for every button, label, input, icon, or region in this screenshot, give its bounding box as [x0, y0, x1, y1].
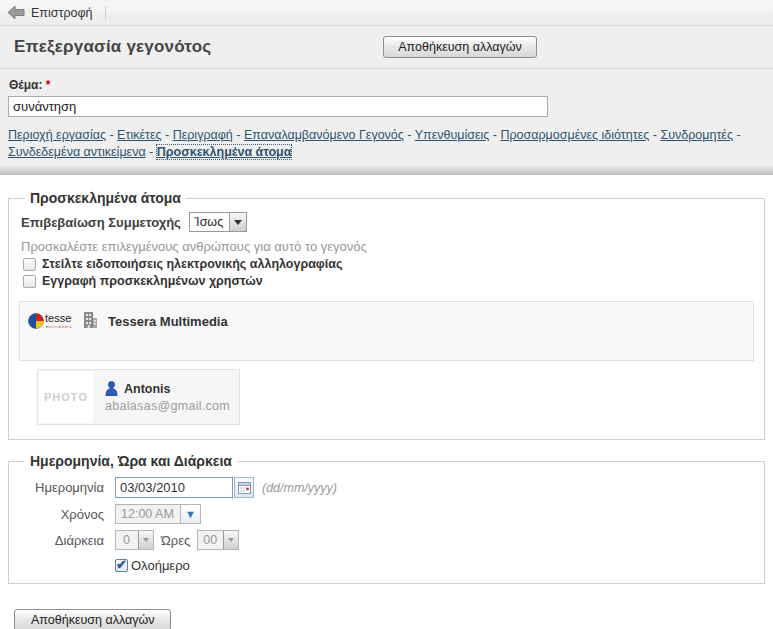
nav-separator: -	[233, 128, 244, 142]
section-nav: Περιοχή εργασίας - Ετικέτες - Περιγραφή …	[8, 127, 764, 161]
nav-link-description[interactable]: Περιγραφή	[173, 128, 233, 142]
hours-label: Ώρες	[161, 533, 190, 548]
page-title: Επεξεργασία γεγονότος	[14, 37, 211, 57]
all-day-checkbox[interactable]	[115, 559, 128, 572]
header-area: Επιστροφή Επεξεργασία γεγονότος Αποθήκευ…	[0, 0, 773, 176]
person-photo-placeholder: PHOTO	[39, 371, 93, 423]
save-button-bottom[interactable]: Αποθήκευση αλλαγών	[14, 609, 171, 629]
header-bottom-gradient	[0, 166, 773, 176]
tessera-logo: tessera multimedia	[28, 308, 72, 335]
register-invited-users-checkbox[interactable]	[23, 275, 36, 288]
duration-minutes-arrow-button[interactable]	[223, 531, 238, 549]
invite-hint-text: Προσκαλέστε επιλεγμένους ανθρώπους για α…	[21, 239, 754, 254]
topbar-separator	[105, 6, 106, 20]
building-icon	[82, 311, 98, 329]
chevron-down-icon	[228, 538, 234, 542]
duration-hours-arrow-button[interactable]	[138, 531, 153, 549]
nav-separator: -	[106, 128, 117, 142]
header-divider	[0, 68, 773, 69]
time-select-arrow-button[interactable]: ▼	[180, 505, 200, 523]
duration-hours-value: 0	[116, 531, 138, 549]
confirm-participation-label: Επιβεβαίωση Συμμετοχής	[21, 215, 181, 230]
all-day-label[interactable]: Ολοήμερο	[131, 558, 190, 573]
duration-hours-select[interactable]: 0	[115, 530, 154, 550]
chevron-down-icon: ▼	[185, 509, 196, 520]
duration-minutes-select[interactable]: 00	[197, 530, 239, 550]
company-row[interactable]: tessera multimedia Tessera Multimedia	[19, 301, 754, 361]
datetime-legend: Ημερομηνία, Ώρα και Διάρκεια	[25, 453, 237, 469]
calendar-icon	[238, 481, 251, 494]
date-input[interactable]	[115, 477, 233, 498]
nav-separator: -	[404, 128, 415, 142]
invited-people-legend: Προσκεκλημένα άτομα	[25, 190, 186, 206]
required-asterisk: *	[46, 78, 51, 92]
svg-text:multimedia: multimedia	[46, 325, 72, 329]
person-email: abalasas@gmail.com	[105, 399, 230, 413]
time-select[interactable]: 12:00 AM ▼	[115, 504, 201, 524]
nav-link-workspace[interactable]: Περιοχή εργασίας	[8, 128, 106, 142]
invited-person-card[interactable]: PHOTO Antonis abalasas@gmail.com	[37, 369, 240, 425]
send-email-notifications-label[interactable]: Στείλτε ειδοποιήσεις ηλεκτρονικής αλληλο…	[42, 257, 342, 271]
send-email-notifications-checkbox[interactable]	[23, 258, 36, 271]
back-bar: Επιστροφή	[0, 0, 773, 26]
person-name: Antonis	[124, 382, 171, 396]
nav-link-custom-properties[interactable]: Προσαρμοσμένες ιδιότητες	[500, 128, 649, 142]
save-button-top[interactable]: Αποθήκευση αλλαγών	[383, 36, 536, 58]
nav-link-linked-items[interactable]: Συνδεδεμένα αντικείμενα	[8, 145, 146, 159]
nav-separator: -	[146, 145, 157, 159]
datetime-section: Ημερομηνία, Ώρα και Διάρκεια Ημερομηνία …	[8, 453, 765, 584]
duration-minutes-value: 00	[198, 531, 223, 549]
time-value: 12:00 AM	[116, 505, 180, 523]
nav-link-recurring-event[interactable]: Επαναλαμβανόμενο Γεγονός	[244, 128, 404, 142]
confirm-participation-select[interactable]: Ίσως	[189, 212, 247, 232]
nav-link-tags[interactable]: Ετικέτες	[117, 128, 161, 142]
back-label: Επιστροφή	[31, 6, 93, 20]
time-label: Χρόνος	[19, 507, 104, 522]
invited-people-section: Προσκεκλημένα άτομα Επιβεβαίωση Συμμετοχ…	[8, 190, 765, 440]
subject-label: Θέμα: *	[9, 78, 773, 92]
nav-separator: -	[162, 128, 173, 142]
nav-separator: -	[649, 128, 660, 142]
register-invited-users-label[interactable]: Εγγραφή προσκεκλημένων χρηστών	[42, 274, 263, 288]
subject-label-text: Θέμα:	[9, 78, 42, 92]
company-name: Tessera Multimedia	[108, 314, 228, 329]
svg-text:tessera: tessera	[45, 312, 72, 324]
date-label: Ημερομηνία	[19, 480, 104, 495]
confirm-participation-value: Ίσως	[190, 213, 229, 231]
chevron-down-icon	[143, 538, 149, 542]
arrow-left-icon	[8, 6, 25, 19]
person-icon	[105, 381, 118, 396]
date-format-hint: (dd/mm/yyyy)	[262, 481, 337, 495]
calendar-button[interactable]	[234, 477, 254, 498]
confirm-select-arrow-button[interactable]	[229, 213, 246, 231]
back-button[interactable]: Επιστροφή	[8, 6, 93, 20]
chevron-down-icon	[234, 220, 242, 225]
duration-label: Διάρκεια	[19, 533, 104, 548]
nav-link-invited-people[interactable]: Προσκεκλημένα άτομα	[157, 145, 292, 159]
nav-separator: -	[489, 128, 500, 142]
subject-input[interactable]	[8, 96, 548, 117]
nav-link-subscribers[interactable]: Συνδρομητές	[660, 128, 733, 142]
nav-link-reminders[interactable]: Υπενθυμίσεις	[415, 128, 490, 142]
nav-separator: -	[733, 128, 741, 142]
